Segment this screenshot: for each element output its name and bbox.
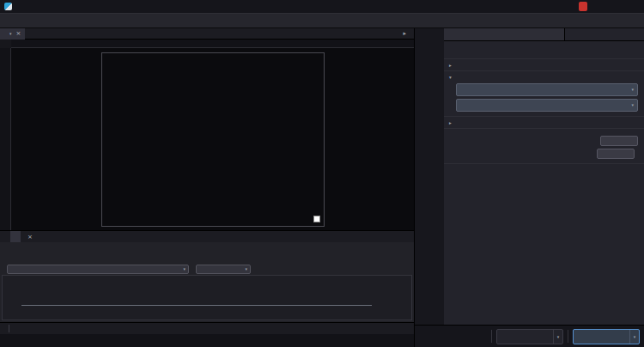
status-separator bbox=[9, 325, 9, 332]
close-icon[interactable]: × bbox=[27, 234, 33, 240]
chevron-down-icon: ▾ bbox=[631, 103, 634, 107]
chevron-down-icon[interactable]: ▾ bbox=[9, 32, 12, 36]
main-content: ▾ × ▸ bbox=[0, 28, 644, 347]
application-window: ▾ × ▸ bbox=[0, 0, 644, 347]
total-object-count-field[interactable] bbox=[600, 136, 638, 146]
grouped-by-select[interactable]: ▾ bbox=[196, 265, 251, 274]
total-object-count-row bbox=[453, 136, 638, 146]
horizontal-ruler bbox=[11, 40, 414, 48]
save-button[interactable] bbox=[574, 330, 629, 344]
count-and-measure-panel: ▸ ▾ ▾ bbox=[444, 28, 644, 325]
panel-tab-geometric-measurement[interactable] bbox=[444, 28, 565, 40]
separator bbox=[568, 330, 568, 343]
title-bar bbox=[0, 0, 644, 13]
measurement-results-rows bbox=[444, 135, 644, 163]
panel-action-toolbar bbox=[444, 41, 644, 58]
class-histogram-chart bbox=[2, 275, 412, 320]
tool-tab-strip bbox=[415, 28, 444, 325]
histogram-controls: ▾ ▾ bbox=[0, 263, 414, 275]
export-buttons bbox=[444, 170, 644, 176]
filter-range-count-row bbox=[453, 149, 638, 159]
specimen-image[interactable] bbox=[102, 53, 324, 226]
start-live-button[interactable] bbox=[419, 329, 487, 344]
x-axis-label bbox=[11, 313, 372, 320]
count-and-measure-actions: ▾ ▾ bbox=[444, 82, 644, 116]
image-viewer[interactable] bbox=[0, 40, 414, 230]
chevron-right-icon[interactable]: ▸ bbox=[403, 30, 406, 37]
ruler-corner bbox=[0, 40, 11, 48]
results-view-buttons bbox=[0, 252, 414, 263]
results-panel: × ▾ ▾ bbox=[0, 230, 414, 322]
results-toolbar bbox=[0, 242, 414, 252]
category-labels bbox=[21, 306, 372, 313]
separator bbox=[491, 330, 492, 343]
chevron-right-icon: ▸ bbox=[449, 63, 452, 68]
snapshot-dropdown[interactable]: ▾ bbox=[553, 330, 562, 344]
canvas-area bbox=[11, 48, 414, 230]
section-count-and-measure[interactable]: ▾ bbox=[444, 70, 644, 82]
panel-tab-count-and-measure[interactable] bbox=[565, 28, 644, 40]
bottom-strip bbox=[0, 334, 414, 347]
section-define-roi[interactable]: ▸ bbox=[444, 58, 644, 70]
camera-action-bar: ▾ ▾ bbox=[415, 325, 644, 347]
y-axis bbox=[11, 277, 21, 306]
measurement-select[interactable]: ▾ bbox=[7, 265, 189, 274]
vertical-ruler bbox=[0, 48, 11, 230]
save-dropdown[interactable]: ▾ bbox=[629, 330, 639, 344]
tool-column: ▸ ▾ ▾ bbox=[414, 28, 644, 347]
snapshot-button[interactable] bbox=[497, 330, 553, 344]
status-bar bbox=[0, 322, 414, 334]
scale-bar bbox=[313, 216, 320, 222]
close-icon[interactable]: × bbox=[16, 30, 21, 37]
section-edit-objects[interactable]: ▸ bbox=[444, 116, 644, 128]
tab-count-and-measure-results[interactable] bbox=[10, 231, 21, 242]
tab-bar-actions: ▸ bbox=[403, 30, 414, 37]
plot-area bbox=[11, 276, 372, 320]
main-toolbar bbox=[0, 13, 644, 28]
count-and-measure-button[interactable]: ▾ bbox=[456, 99, 638, 112]
specimen-particles bbox=[102, 53, 324, 226]
image-document-tab[interactable]: ▾ × bbox=[0, 28, 25, 40]
snapshot-button-group: ▾ bbox=[496, 329, 563, 344]
chart-legend bbox=[372, 276, 411, 320]
chevron-down-icon: ▾ bbox=[631, 88, 634, 92]
filter-range-count-field[interactable] bbox=[597, 149, 635, 159]
automatic-threshold-button[interactable]: ▾ bbox=[456, 83, 638, 96]
section-measurement-results bbox=[444, 128, 644, 135]
workspace-column: ▾ × ▸ bbox=[0, 28, 414, 347]
tab-geometric-measurement-results[interactable] bbox=[0, 231, 10, 242]
results-tab-bar: × bbox=[0, 231, 414, 242]
section-export-results bbox=[444, 163, 644, 170]
bars bbox=[21, 277, 372, 306]
panel-header bbox=[444, 28, 644, 41]
document-tab-bar: ▾ × ▸ bbox=[0, 28, 414, 40]
chevron-right-icon: ▸ bbox=[449, 120, 452, 125]
chevron-down-icon: ▾ bbox=[183, 267, 185, 271]
save-button-group: ▾ bbox=[573, 329, 640, 344]
chevron-down-icon: ▾ bbox=[245, 267, 247, 271]
trial-timer-badge bbox=[579, 2, 587, 11]
app-logo bbox=[4, 3, 12, 10]
y-axis-label bbox=[3, 276, 11, 320]
chevron-down-icon: ▾ bbox=[449, 75, 452, 80]
